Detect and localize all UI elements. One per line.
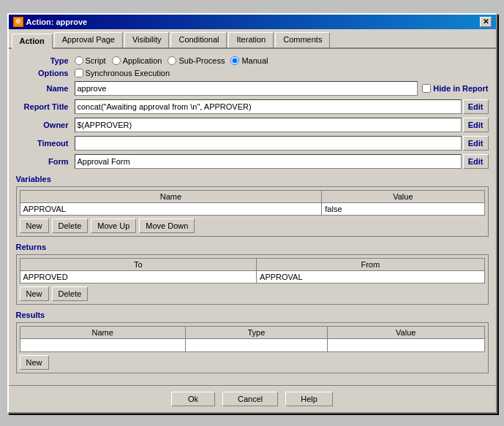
results-section-label: Results bbox=[16, 311, 489, 319]
type-row: Type Script Application Sub-Process Manu… bbox=[16, 56, 489, 65]
radio-script-input[interactable] bbox=[75, 56, 83, 65]
results-empty-row bbox=[20, 338, 484, 351]
results-col-type: Type bbox=[185, 326, 327, 338]
variables-delete-button[interactable]: Delete bbox=[52, 218, 89, 233]
returns-col-from: From bbox=[257, 258, 484, 270]
results-col-name: Name bbox=[20, 326, 185, 338]
options-label: Options bbox=[16, 69, 75, 77]
report-title-edit-button[interactable]: Edit bbox=[463, 99, 489, 114]
tab-visibility[interactable]: Visibility bbox=[124, 32, 170, 47]
radio-subprocess-input[interactable] bbox=[168, 56, 176, 65]
sync-execution-checkbox[interactable] bbox=[75, 69, 83, 77]
timeout-edit-button[interactable]: Edit bbox=[463, 136, 489, 151]
radio-script-label: Script bbox=[86, 56, 106, 65]
report-title-input-group: Edit bbox=[75, 99, 489, 114]
form-input[interactable] bbox=[75, 154, 462, 169]
report-title-label: Report Title bbox=[16, 102, 75, 111]
name-label: Name bbox=[16, 84, 75, 93]
results-col-value: Value bbox=[327, 326, 484, 338]
type-radio-group: Script Application Sub-Process Manual bbox=[75, 56, 268, 65]
bottom-bar: Ok Cancel Help bbox=[9, 385, 496, 412]
main-content: Type Script Application Sub-Process Manu… bbox=[9, 49, 496, 385]
radio-application[interactable]: Application bbox=[112, 56, 162, 65]
ok-button[interactable]: Ok bbox=[171, 392, 215, 406]
returns-col-to: To bbox=[20, 258, 257, 270]
form-label: Form bbox=[16, 157, 75, 166]
variables-move-up-button[interactable]: Move Up bbox=[91, 218, 136, 233]
cancel-button[interactable]: Cancel bbox=[222, 392, 278, 406]
timeout-input-group: Edit bbox=[75, 136, 489, 151]
variables-buttons: New Delete Move Up Move Down bbox=[20, 218, 485, 233]
timeout-label: Timeout bbox=[16, 139, 75, 148]
results-table: Name Type Value bbox=[20, 326, 485, 352]
hide-report-label[interactable]: Hide in Report bbox=[422, 84, 488, 93]
form-edit-button[interactable]: Edit bbox=[463, 154, 489, 169]
title-bar-left: ⚙ Action: approve bbox=[13, 17, 88, 27]
name-input[interactable] bbox=[75, 81, 418, 96]
tab-comments[interactable]: Comments bbox=[275, 32, 330, 47]
variable-value-cell: false bbox=[322, 202, 484, 215]
returns-table: To From APPROVED APPROVAL bbox=[20, 258, 485, 284]
return-to-cell: APPROVED bbox=[20, 270, 257, 283]
main-window: ⚙ Action: approve ✕ Action Approval Page… bbox=[7, 13, 497, 414]
name-input-row: Hide in Report bbox=[75, 81, 489, 96]
window-icon: ⚙ bbox=[13, 17, 23, 27]
returns-delete-button[interactable]: Delete bbox=[52, 286, 89, 301]
results-buttons: New bbox=[20, 355, 485, 370]
timeout-row: Timeout Edit bbox=[16, 136, 489, 151]
tab-approval-page[interactable]: Approval Page bbox=[54, 32, 123, 47]
results-section: Name Type Value New bbox=[16, 322, 489, 373]
hide-report-checkbox[interactable] bbox=[422, 84, 431, 93]
radio-manual-input[interactable] bbox=[230, 56, 239, 65]
timeout-input[interactable] bbox=[75, 136, 462, 151]
close-button[interactable]: ✕ bbox=[480, 17, 492, 27]
name-row: Name Hide in Report bbox=[16, 81, 489, 96]
returns-buttons: New Delete bbox=[20, 286, 485, 301]
owner-edit-button[interactable]: Edit bbox=[463, 118, 489, 132]
form-input-group: Edit bbox=[75, 154, 489, 169]
table-row: APPROVED APPROVAL bbox=[20, 270, 484, 283]
sync-execution-checkbox-label[interactable]: Synchronous Execution bbox=[75, 69, 170, 77]
window-title: Action: approve bbox=[26, 18, 88, 26]
type-label: Type bbox=[16, 56, 75, 65]
form-row: Form Edit bbox=[16, 154, 489, 169]
return-from-cell: APPROVAL bbox=[257, 270, 484, 283]
radio-application-label: Application bbox=[123, 56, 162, 65]
sync-execution-label: Synchronous Execution bbox=[86, 69, 170, 77]
radio-manual-label: Manual bbox=[241, 56, 268, 65]
results-new-button[interactable]: New bbox=[20, 355, 49, 370]
tab-bar: Action Approval Page Visibility Conditio… bbox=[9, 29, 496, 49]
variable-name-cell: APPROVAL bbox=[20, 202, 322, 215]
returns-section-label: Returns bbox=[16, 243, 489, 251]
report-title-input[interactable] bbox=[75, 99, 462, 114]
variables-new-button[interactable]: New bbox=[20, 218, 49, 233]
hide-report-text: Hide in Report bbox=[433, 84, 488, 93]
variables-move-down-button[interactable]: Move Down bbox=[139, 218, 195, 233]
radio-subprocess-label: Sub-Process bbox=[178, 56, 225, 65]
tab-conditional[interactable]: Conditional bbox=[170, 32, 227, 47]
owner-input[interactable] bbox=[75, 118, 462, 132]
radio-script[interactable]: Script bbox=[75, 56, 106, 65]
radio-subprocess[interactable]: Sub-Process bbox=[168, 56, 225, 65]
variables-col-name: Name bbox=[20, 190, 322, 202]
report-title-row: Report Title Edit bbox=[16, 99, 489, 114]
owner-row: Owner Edit bbox=[16, 118, 489, 132]
variables-section: Name Value APPROVAL false New Delete Mov… bbox=[16, 186, 489, 237]
returns-section: To From APPROVED APPROVAL New Delete bbox=[16, 254, 489, 305]
options-row: Options Synchronous Execution bbox=[16, 69, 489, 77]
radio-manual[interactable]: Manual bbox=[230, 56, 268, 65]
help-button[interactable]: Help bbox=[285, 392, 333, 406]
radio-application-input[interactable] bbox=[112, 56, 121, 65]
tab-action[interactable]: Action bbox=[12, 34, 53, 49]
owner-input-group: Edit bbox=[75, 118, 489, 132]
owner-label: Owner bbox=[16, 121, 75, 129]
variables-table: Name Value APPROVAL false bbox=[20, 190, 485, 216]
variables-col-value: Value bbox=[322, 190, 484, 202]
title-bar: ⚙ Action: approve ✕ bbox=[9, 15, 496, 29]
tab-iteration[interactable]: Iteration bbox=[228, 32, 274, 47]
variables-section-label: Variables bbox=[16, 175, 489, 183]
table-row: APPROVAL false bbox=[20, 202, 484, 215]
returns-new-button[interactable]: New bbox=[20, 286, 49, 301]
